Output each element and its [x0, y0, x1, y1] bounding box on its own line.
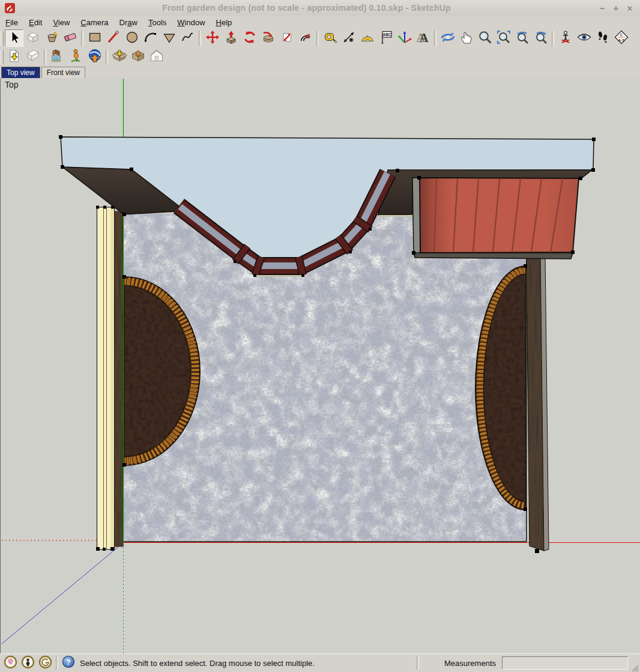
menu-file[interactable]: File — [0, 17, 23, 28]
walk-tool-button[interactable] — [593, 29, 612, 47]
photo-match-tool-button[interactable] — [48, 48, 67, 65]
menu-tools[interactable]: Tools — [143, 17, 172, 28]
push-pull-tool-button[interactable] — [222, 29, 240, 47]
pan-icon — [459, 29, 474, 47]
resize-grip[interactable] — [630, 664, 639, 672]
svg-text:A: A — [419, 31, 429, 45]
status-hint: Select objects. Shift to extend select. … — [80, 659, 315, 668]
model-viewport[interactable]: Top — [0, 78, 640, 653]
position-figure-tool-button[interactable] — [67, 48, 85, 65]
section-plane-icon: CA·S — [614, 29, 629, 47]
text-tool-button[interactable]: ABC — [376, 29, 395, 47]
zoom-next-tool-button[interactable] — [531, 29, 550, 47]
share-model-tool-button[interactable] — [128, 48, 147, 65]
make-component-tool-button[interactable] — [23, 29, 42, 47]
toolbar-grip[interactable] — [1, 31, 4, 46]
view-label: Top — [5, 80, 19, 89]
toolbar-grip[interactable] — [1, 50, 4, 64]
menu-help[interactable]: Help — [211, 17, 238, 28]
look-around-icon — [576, 29, 592, 47]
google-earth-tool-button[interactable] — [85, 48, 104, 65]
select-tool-button[interactable] — [5, 29, 23, 47]
follow-me-icon — [261, 29, 276, 47]
share-component-icon — [149, 48, 165, 66]
menu-bar: FileEditViewCameraDrawToolsWindowHelp — [0, 16, 640, 29]
view-tab-bar: Top viewFront view — [0, 66, 640, 78]
lightbulb-circle-icon[interactable] — [4, 655, 17, 671]
get-models-tool-button[interactable] — [110, 48, 128, 65]
freehand-tool-button[interactable] — [178, 29, 197, 47]
position-figure-icon — [68, 48, 84, 66]
line-tool-button[interactable] — [104, 29, 122, 47]
garage-roof[interactable] — [412, 178, 579, 259]
toolbar-separator — [44, 49, 46, 65]
tape-measure-tool-button[interactable] — [321, 29, 339, 47]
zoom-next-icon — [533, 29, 549, 47]
orbit-tool-button[interactable] — [438, 29, 457, 47]
axes-tool-button[interactable] — [395, 29, 414, 47]
menu-camera[interactable]: Camera — [75, 17, 113, 28]
section-plane-tool-button[interactable]: CA·S — [612, 29, 630, 47]
export-page-tool-button[interactable] — [5, 48, 23, 65]
eraser-tool-button[interactable] — [61, 29, 79, 47]
status-bar: ? Select objects. Shift to extend select… — [0, 653, 640, 672]
title-bar[interactable]: Front garden design (not to scale - appr… — [0, 0, 640, 16]
get-models-icon — [112, 48, 127, 66]
timber-post[interactable] — [115, 211, 123, 546]
tab-top-view[interactable]: Top view — [1, 67, 40, 78]
figure-circle-icon[interactable] — [21, 655, 35, 671]
fence[interactable] — [96, 206, 115, 551]
g-circle-icon[interactable] — [38, 655, 52, 671]
menu-edit[interactable]: Edit — [23, 17, 47, 28]
paint-bucket-tool-button[interactable] — [42, 29, 61, 47]
zoom-previous-tool-button[interactable] — [513, 29, 531, 47]
sheet-tool-button[interactable] — [23, 48, 42, 65]
minimize-button[interactable]: − — [598, 3, 606, 13]
offset-tool-button[interactable] — [296, 29, 315, 47]
zoom-window-tool-button[interactable] — [494, 29, 513, 47]
dimensions-icon — [341, 29, 357, 47]
arc-tool-button[interactable] — [141, 29, 160, 47]
boundary-wall[interactable] — [527, 256, 549, 553]
dimensions-tool-button[interactable] — [339, 29, 358, 47]
zoom-tool-button[interactable] — [475, 29, 494, 47]
make-component-icon — [25, 29, 41, 47]
menu-window[interactable]: Window — [172, 17, 210, 28]
tab-front-view[interactable]: Front view — [41, 67, 85, 78]
svg-text:ABC: ABC — [382, 32, 391, 37]
menu-view[interactable]: View — [47, 17, 75, 28]
toolbar-separator — [434, 31, 436, 46]
google-earth-icon — [87, 48, 103, 66]
toolbar-separator — [316, 31, 319, 46]
3d-text-tool-button[interactable]: AA — [414, 29, 432, 47]
orbit-icon — [440, 29, 456, 47]
menu-draw[interactable]: Draw — [114, 17, 143, 28]
move-tool-button[interactable] — [203, 29, 222, 47]
look-around-tool-button[interactable] — [575, 29, 593, 47]
push-pull-icon — [223, 29, 239, 47]
web-toolbar — [0, 47, 640, 67]
axes-icon — [397, 29, 412, 47]
scale-tool-button[interactable] — [277, 29, 296, 47]
rectangle-tool-button[interactable] — [85, 29, 104, 47]
tape-measure-icon — [322, 29, 338, 47]
polygon-icon — [162, 29, 177, 47]
toolbar-separator — [81, 31, 83, 46]
follow-me-tool-button[interactable] — [259, 29, 277, 47]
close-button[interactable]: × — [626, 3, 634, 13]
maximize-button[interactable]: + — [612, 3, 620, 13]
polygon-tool-button[interactable] — [160, 29, 178, 47]
window-title: Front garden design (not to scale - appr… — [15, 3, 598, 13]
offset-icon — [298, 29, 313, 47]
toolbar-separator — [106, 49, 108, 65]
protractor-tool-button[interactable] — [358, 29, 376, 47]
share-component-tool-button[interactable] — [147, 48, 166, 65]
rotate-tool-button[interactable] — [240, 29, 259, 47]
help-icon[interactable]: ? — [62, 655, 75, 671]
svg-text:A·S: A·S — [618, 38, 624, 42]
pan-tool-button[interactable] — [457, 29, 475, 47]
measurements-input[interactable] — [502, 656, 628, 670]
position-camera-tool-button[interactable] — [556, 29, 575, 47]
rotate-icon — [242, 29, 258, 47]
circle-tool-button[interactable] — [122, 29, 141, 47]
